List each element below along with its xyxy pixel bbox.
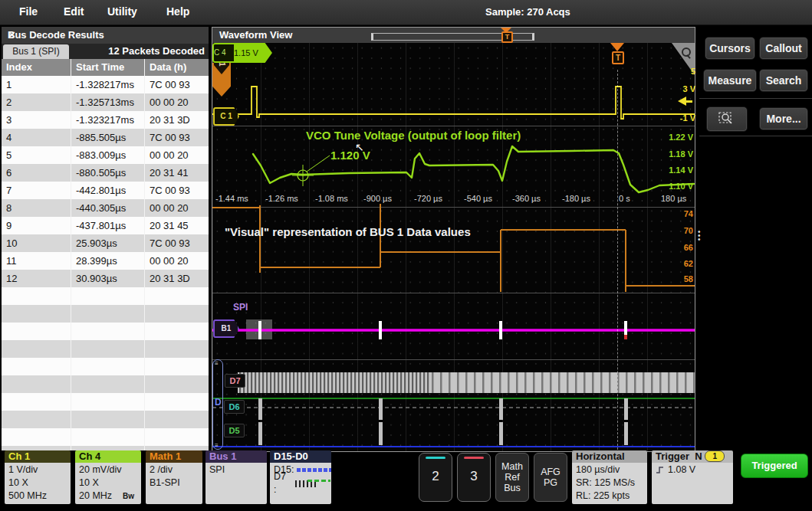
d6-chip[interactable]: D6 — [224, 400, 245, 414]
empty-row — [2, 393, 209, 411]
more-button[interactable]: More... — [759, 107, 808, 130]
table-row[interactable]: 2-1.325713ms00 00 20 — [2, 93, 209, 111]
oscilloscope-app: File Edit Utility Help Sample: 270 Acqs … — [0, 0, 812, 511]
empty-row — [2, 428, 209, 446]
close-icon[interactable]: ✕ — [8, 29, 16, 41]
rising-edge-icon — [656, 465, 666, 475]
table-row[interactable]: 7-442.801µs7C 00 93 — [2, 182, 209, 199]
ch1-badge[interactable]: Ch 1 1 V/div10 X500 MHz — [5, 450, 71, 504]
afg-pg-button[interactable]: AFGPG — [534, 453, 567, 502]
bus1-badge[interactable]: B1 — [213, 319, 239, 338]
packets-decoded-status: 12 Packets Decoded — [108, 45, 205, 57]
time-axis-label: -900 µs — [363, 194, 392, 203]
empty-row — [2, 340, 209, 358]
channel-c4-badge[interactable]: C 4 1.15 V — [212, 43, 272, 63]
ch4-badge[interactable]: Ch 4 20 mV/div10 X 20 MHzBw — [75, 450, 141, 504]
table-row[interactable]: 1230.903µs20 31 3D — [2, 270, 209, 287]
table-row[interactable]: 1128.399µs00 00 20 — [2, 252, 209, 270]
col-index: Index — [2, 59, 71, 76]
time-axis-label: -360 µs — [512, 194, 541, 203]
ch4-badge-title: Ch 4 — [75, 450, 141, 463]
table-row[interactable]: 9-437.801µs20 31 45 — [2, 217, 209, 234]
top-menu-bar: File Edit Utility Help Sample: 270 Acqs — [0, 0, 812, 25]
empty-row — [2, 375, 209, 393]
channel-c1-badge[interactable]: C 1 — [213, 107, 239, 126]
waveform-plot-area[interactable]: T C 1 C 4 1.15 V M 1 B1 SPI D ≡ ≡ D7 D6 — [212, 43, 695, 451]
horizontal-badge-title: Horizontal — [572, 450, 647, 463]
c1-position-arrow-icon — [678, 97, 693, 106]
c1-trace — [212, 87, 695, 119]
empty-row — [2, 305, 209, 323]
c4-scale-label: 1.18 V — [659, 149, 693, 159]
c4-scale-label: 1.14 V — [659, 165, 693, 175]
waveform-view-header: Waveform View T — [212, 28, 695, 43]
math1-badge-bottom[interactable]: Math 1 2 /divB1-SPI — [146, 450, 202, 504]
tab-bus1-spi[interactable]: Bus 1 (SPI) — [3, 44, 69, 59]
results-tab-bar: Bus 1 (SPI) 12 Packets Decoded — [2, 44, 209, 59]
drag-grip-icon[interactable]: ≡ — [215, 444, 219, 447]
horizontal-badge[interactable]: Horizontal 180 µs/divSR: 125 MS/sRL: 225… — [572, 450, 647, 504]
table-row[interactable]: 1-1.328217ms7C 00 93 — [2, 76, 209, 93]
measure-button[interactable]: Measure — [703, 69, 757, 92]
digital-group-bracket[interactable]: D ≡ ≡ — [212, 359, 223, 450]
time-axis-label: -1.08 ms — [315, 194, 348, 203]
table-row[interactable]: 3-1.323217ms20 31 3D — [2, 111, 209, 129]
table-row[interactable]: 6-880.505µs20 31 41 — [2, 164, 209, 182]
math1-badge-title: Math 1 — [146, 450, 202, 463]
cursors-button[interactable]: Cursors — [705, 37, 755, 60]
d5-trace — [258, 422, 262, 445]
zoom-select-button[interactable] — [706, 106, 748, 132]
table-row[interactable]: 8-440.305µs00 00 20 — [2, 199, 209, 217]
trigger-badge[interactable]: Trigger N 1 1.08 V — [652, 450, 733, 504]
results-table-header: Index Start Time Data (h) — [2, 59, 209, 76]
d15-d0-badge[interactable]: D15-D0 D15: D7 : — [270, 450, 331, 504]
time-axis-label: 180 µs — [661, 194, 686, 203]
empty-row — [2, 323, 209, 340]
results-panel-title: Bus Decode Results — [8, 29, 104, 41]
results-panel-header: Bus Decode Results ✕ — [2, 27, 209, 44]
panel-splitter-handle[interactable]: ••• — [698, 230, 700, 241]
menu-utility[interactable]: Utility — [107, 5, 137, 18]
time-axis-label: -180 µs — [562, 194, 590, 203]
ch3-color-bar — [464, 457, 484, 459]
channel-2-button[interactable]: 2 — [419, 453, 452, 502]
callout-button[interactable]: Callout — [759, 37, 808, 60]
acquisition-status: Sample: 270 Acqs — [485, 6, 570, 18]
empty-row — [2, 358, 209, 375]
table-row[interactable]: 1025.903µs7C 00 93 — [2, 234, 209, 252]
c1-scale-label: 3 V — [662, 84, 695, 93]
waveform-view-panel: Waveform View T — [212, 27, 695, 452]
time-axis-label: -1.26 ms — [265, 194, 298, 203]
d5-chip[interactable]: D5 — [224, 424, 245, 437]
math1-scale-label: 62 — [659, 259, 693, 268]
vco-callout-title: VCO Tune Voltage (output of loop filter) — [306, 129, 521, 142]
bus1-badge-bottom[interactable]: Bus 1 SPI — [205, 450, 267, 504]
math-ref-bus-button[interactable]: MathRefBus — [495, 453, 529, 502]
mouse-cursor-icon: ↖ — [355, 141, 364, 153]
search-button[interactable]: Search — [759, 69, 808, 92]
zoom-select-icon — [718, 111, 736, 126]
results-table-body: 1-1.328217ms7C 00 93 2-1.325713ms00 00 2… — [2, 76, 209, 450]
c4-label: C 4 — [214, 44, 234, 61]
math1-scale-label: 70 — [659, 226, 693, 235]
time-axis-label: -1.44 ms — [215, 194, 248, 203]
menu-file[interactable]: File — [19, 5, 38, 18]
c4-trace — [253, 146, 694, 192]
bus-decode-results-panel: Bus Decode Results ✕ Bus 1 (SPI) 12 Pack… — [2, 27, 209, 450]
trigger-marker[interactable]: T — [612, 51, 624, 64]
time-axis-label: -720 µs — [414, 194, 442, 203]
drag-grip-icon[interactable]: ≡ — [215, 362, 219, 365]
bus1-badge-title: Bus 1 — [205, 450, 267, 463]
table-row[interactable]: 4-885.505µs7C 00 93 — [2, 129, 209, 146]
table-row[interactable]: 5-883.009µs00 00 20 — [2, 146, 209, 164]
waveform-traces — [212, 43, 695, 451]
d7-chip[interactable]: D7 — [225, 374, 245, 388]
magnifier-icon — [682, 47, 691, 57]
menu-help[interactable]: Help — [166, 5, 189, 18]
trigger-slider-marker[interactable]: T — [501, 31, 513, 43]
triggered-status-button[interactable]: Triggered — [741, 454, 808, 478]
empty-row — [2, 411, 209, 428]
menu-edit[interactable]: Edit — [64, 5, 84, 18]
time-axis-label: -540 µs — [464, 194, 492, 203]
channel-3-button[interactable]: 3 — [457, 453, 491, 502]
